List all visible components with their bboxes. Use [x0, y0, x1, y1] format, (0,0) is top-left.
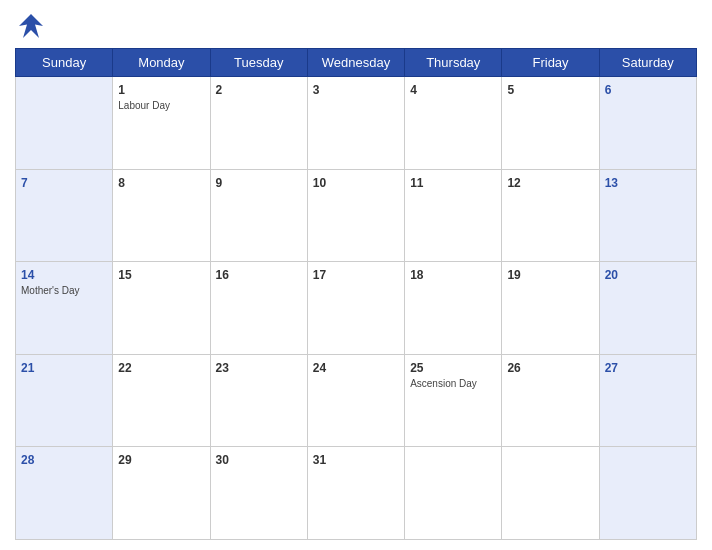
calendar-cell: 19 [502, 262, 599, 355]
calendar-cell: 22 [113, 354, 210, 447]
calendar-cell: 18 [405, 262, 502, 355]
calendar-cell: 25Ascension Day [405, 354, 502, 447]
day-number: 25 [410, 361, 423, 375]
day-number: 22 [118, 361, 131, 375]
day-number: 4 [410, 83, 417, 97]
calendar-table: SundayMondayTuesdayWednesdayThursdayFrid… [15, 48, 697, 540]
calendar-cell: 11 [405, 169, 502, 262]
calendar-cell: 2 [210, 77, 307, 170]
day-number: 9 [216, 176, 223, 190]
holiday-label: Mother's Day [21, 285, 107, 296]
day-number: 19 [507, 268, 520, 282]
calendar-cell: 3 [307, 77, 404, 170]
calendar-cell: 16 [210, 262, 307, 355]
calendar-week-1: 1Labour Day23456 [16, 77, 697, 170]
day-number: 8 [118, 176, 125, 190]
day-number: 15 [118, 268, 131, 282]
col-header-tuesday: Tuesday [210, 49, 307, 77]
day-number: 23 [216, 361, 229, 375]
calendar-cell: 4 [405, 77, 502, 170]
calendar-cell [16, 77, 113, 170]
calendar-week-5: 28293031 [16, 447, 697, 540]
calendar-cell: 31 [307, 447, 404, 540]
calendar-week-3: 14Mother's Day151617181920 [16, 262, 697, 355]
calendar-cell: 29 [113, 447, 210, 540]
calendar-cell: 26 [502, 354, 599, 447]
calendar-cell: 27 [599, 354, 696, 447]
day-number: 12 [507, 176, 520, 190]
calendar-cell: 5 [502, 77, 599, 170]
day-number: 13 [605, 176, 618, 190]
day-number: 28 [21, 453, 34, 467]
page-header [15, 10, 697, 42]
logo [15, 10, 51, 42]
svg-marker-0 [19, 14, 43, 38]
day-number: 3 [313, 83, 320, 97]
holiday-label: Labour Day [118, 100, 204, 111]
day-number: 17 [313, 268, 326, 282]
col-header-thursday: Thursday [405, 49, 502, 77]
calendar-cell [502, 447, 599, 540]
day-number: 7 [21, 176, 28, 190]
calendar-cell: 21 [16, 354, 113, 447]
calendar-cell: 30 [210, 447, 307, 540]
day-number: 5 [507, 83, 514, 97]
calendar-cell: 13 [599, 169, 696, 262]
day-number: 14 [21, 268, 34, 282]
day-number: 31 [313, 453, 326, 467]
day-number: 29 [118, 453, 131, 467]
calendar-cell: 1Labour Day [113, 77, 210, 170]
calendar-cell [405, 447, 502, 540]
day-number: 10 [313, 176, 326, 190]
calendar-cell: 17 [307, 262, 404, 355]
calendar-cell: 14Mother's Day [16, 262, 113, 355]
calendar-cell: 24 [307, 354, 404, 447]
col-header-wednesday: Wednesday [307, 49, 404, 77]
calendar-header-row: SundayMondayTuesdayWednesdayThursdayFrid… [16, 49, 697, 77]
day-number: 20 [605, 268, 618, 282]
logo-bird-icon [15, 10, 47, 42]
calendar-cell: 23 [210, 354, 307, 447]
day-number: 26 [507, 361, 520, 375]
calendar-cell: 10 [307, 169, 404, 262]
calendar-week-2: 78910111213 [16, 169, 697, 262]
holiday-label: Ascension Day [410, 378, 496, 389]
day-number: 1 [118, 83, 125, 97]
calendar-cell: 7 [16, 169, 113, 262]
col-header-saturday: Saturday [599, 49, 696, 77]
day-number: 16 [216, 268, 229, 282]
day-number: 2 [216, 83, 223, 97]
day-number: 11 [410, 176, 423, 190]
day-number: 18 [410, 268, 423, 282]
calendar-cell: 8 [113, 169, 210, 262]
col-header-friday: Friday [502, 49, 599, 77]
col-header-monday: Monday [113, 49, 210, 77]
calendar-cell: 20 [599, 262, 696, 355]
calendar-cell: 28 [16, 447, 113, 540]
day-number: 24 [313, 361, 326, 375]
day-number: 6 [605, 83, 612, 97]
calendar-week-4: 2122232425Ascension Day2627 [16, 354, 697, 447]
calendar-cell: 9 [210, 169, 307, 262]
calendar-cell [599, 447, 696, 540]
col-header-sunday: Sunday [16, 49, 113, 77]
calendar-cell: 12 [502, 169, 599, 262]
day-number: 30 [216, 453, 229, 467]
calendar-cell: 15 [113, 262, 210, 355]
day-number: 27 [605, 361, 618, 375]
day-number: 21 [21, 361, 34, 375]
calendar-cell: 6 [599, 77, 696, 170]
